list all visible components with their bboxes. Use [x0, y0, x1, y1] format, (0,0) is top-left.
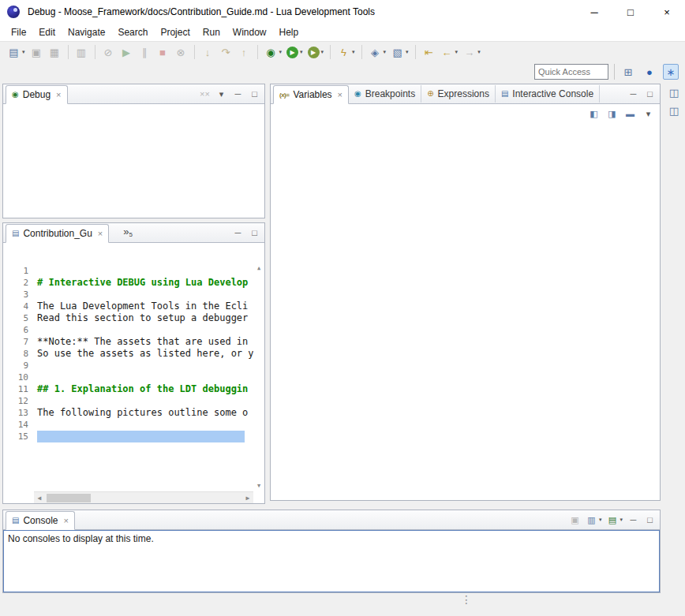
close-button[interactable]: × — [649, 0, 685, 24]
maximize-button[interactable]: □ — [643, 513, 657, 527]
editor-line[interactable]: The following pictures outline some o — [37, 407, 253, 419]
gutter-line-number[interactable]: 9 — [3, 360, 34, 371]
dropdown-arrow-icon[interactable]: ▾ — [352, 49, 355, 55]
coverage-button[interactable]: ▶▾ — [306, 43, 326, 61]
sash-grip[interactable]: ⋮ — [461, 594, 472, 605]
editor-line[interactable] — [37, 360, 253, 371]
gutter-line-number[interactable]: 8 — [3, 348, 34, 360]
editor-line[interactable]: Read this section to setup a debugger — [37, 312, 253, 324]
open-console-button[interactable]: ▤▾ — [605, 513, 623, 527]
gutter-line-number[interactable]: 7 — [3, 336, 34, 348]
scrollbar-track[interactable] — [45, 494, 242, 502]
tab-interactive-console[interactable]: ▤Interactive Console — [496, 85, 600, 103]
dropdown-arrow-icon[interactable]: ▾ — [279, 49, 283, 55]
gutter-line-number[interactable]: 2 — [3, 277, 34, 289]
lua-perspective-button[interactable]: ● — [642, 64, 657, 80]
tab-breakpoints[interactable]: ◉Breakpoints — [349, 85, 421, 103]
minimized-view-restore-1-icon[interactable]: ◫ — [669, 87, 679, 99]
new-button[interactable]: ▤▾ — [6, 43, 27, 61]
editor-line[interactable] — [37, 431, 245, 442]
maximize-button[interactable]: □ — [643, 87, 657, 101]
tab-console[interactable]: ▤ Console × — [6, 511, 75, 530]
run-button[interactable]: ▶▾ — [285, 43, 305, 61]
quick-access-input[interactable] — [534, 64, 608, 80]
editor-line[interactable] — [37, 289, 253, 301]
menu-window[interactable]: Window — [226, 25, 273, 39]
close-icon[interactable]: × — [98, 229, 103, 238]
menu-edit[interactable]: Edit — [32, 25, 62, 39]
editor-line[interactable] — [37, 265, 253, 277]
dropdown-arrow-icon[interactable]: ▾ — [455, 49, 459, 55]
menu-navigate[interactable]: Navigate — [62, 25, 111, 39]
menu-file[interactable]: File — [5, 25, 32, 39]
minimized-view-restore-2-icon[interactable]: ◫ — [669, 105, 679, 117]
editor-vertical-scrollbar[interactable]: ▲ ▼ — [253, 263, 264, 491]
menu-search[interactable]: Search — [111, 25, 154, 39]
debug-perspective-button[interactable]: ∗ — [663, 64, 679, 80]
scroll-up-icon[interactable]: ▲ — [253, 265, 264, 271]
editor-line[interactable] — [37, 371, 253, 383]
editor-line[interactable]: # Interactive DEBUG using Lua Develop — [37, 277, 253, 289]
scroll-left-icon[interactable]: ◀ — [34, 495, 45, 502]
open-wizard-button[interactable]: ◈▾ — [367, 43, 388, 61]
external-tools-button[interactable]: ϟ▾ — [335, 43, 357, 61]
maximize-button[interactable]: □ — [248, 87, 261, 101]
show-type-names-button[interactable]: ◨ — [605, 106, 619, 121]
variables-view-content[interactable] — [271, 123, 660, 500]
dropdown-arrow-icon[interactable]: ▾ — [619, 517, 623, 523]
dropdown-arrow-icon[interactable]: ▾ — [22, 49, 25, 55]
minimize-button[interactable]: ─ — [627, 513, 640, 527]
minimize-button[interactable]: ─ — [627, 87, 640, 101]
last-edit-location-button[interactable]: ⇤ — [421, 43, 437, 61]
editor-line[interactable]: The Lua Development Tools in the Ecli — [37, 301, 253, 312]
gutter-line-number[interactable]: 11 — [3, 383, 34, 395]
gutter-line-number[interactable]: 15 — [3, 431, 34, 442]
open-perspective-button[interactable]: ⊞ — [620, 64, 636, 80]
dropdown-arrow-icon[interactable]: ▾ — [384, 49, 387, 55]
gutter-line-number[interactable]: 3 — [3, 289, 34, 301]
collapse-all-button[interactable]: ▬ — [623, 106, 637, 121]
gutter-line-number[interactable]: 12 — [3, 395, 34, 407]
minimize-button[interactable]: ─ — [231, 87, 245, 101]
editor-line[interactable] — [37, 419, 253, 431]
scroll-right-icon[interactable]: ▶ — [242, 495, 253, 502]
menu-help[interactable]: Help — [273, 25, 305, 39]
editor-content[interactable]: 123456789101112131415 # Interactive DEBU… — [3, 243, 264, 503]
annotations-button[interactable]: ▧▾ — [389, 43, 410, 61]
maximize-button[interactable]: □ — [248, 226, 261, 240]
scroll-down-icon[interactable]: ▼ — [253, 483, 264, 489]
view-menu-button[interactable]: ▾ — [642, 106, 655, 121]
scrollbar-thumb[interactable] — [47, 494, 91, 502]
dropdown-arrow-icon[interactable]: ▾ — [477, 49, 481, 55]
console-view-content[interactable]: No consoles to display at this time. — [3, 530, 660, 592]
tab-expressions[interactable]: ⊕Expressions — [421, 85, 496, 103]
back-button[interactable]: ←▾ — [439, 43, 460, 61]
close-icon[interactable]: × — [338, 90, 342, 99]
dropdown-arrow-icon[interactable]: ▾ — [300, 49, 303, 55]
maximize-button[interactable]: □ — [612, 0, 649, 24]
show-logical-structure-button[interactable]: ◧ — [587, 106, 601, 121]
editor-code-area[interactable]: # Interactive DEBUG using Lua DevelopThe… — [34, 263, 253, 491]
minimize-button[interactable]: ─ — [231, 226, 245, 240]
debug-button[interactable]: ◉▾ — [263, 43, 284, 61]
display-selected-console-button[interactable]: ▥▾ — [585, 513, 603, 527]
editor-line[interactable]: So use the assets as listed here, or y — [37, 348, 253, 360]
dropdown-arrow-icon[interactable]: ▾ — [599, 517, 602, 523]
gutter-line-number[interactable]: 6 — [3, 324, 34, 336]
tab-overflow-button[interactable]: » 5 — [123, 227, 133, 238]
gutter-line-number[interactable]: 1 — [3, 265, 34, 277]
editor-line[interactable]: ## 1. Explanation of the LDT debuggin — [37, 383, 253, 395]
dropdown-arrow-icon[interactable]: ▾ — [321, 49, 324, 55]
tab-variables[interactable]: (x)=Variables× — [273, 85, 349, 104]
gutter-line-number[interactable]: 13 — [3, 407, 34, 419]
dropdown-arrow-icon[interactable]: ▾ — [406, 49, 409, 55]
gutter-line-number[interactable]: 10 — [3, 371, 34, 383]
tab-debug[interactable]: ◉ Debug × — [6, 85, 68, 104]
gutter-line-number[interactable]: 14 — [3, 419, 34, 431]
menu-run[interactable]: Run — [197, 25, 226, 39]
editor-line[interactable] — [37, 324, 253, 336]
editor-line[interactable] — [37, 395, 253, 407]
gutter-line-number[interactable]: 5 — [3, 312, 34, 324]
close-icon[interactable]: × — [63, 516, 68, 525]
debug-view-content[interactable] — [3, 104, 264, 218]
